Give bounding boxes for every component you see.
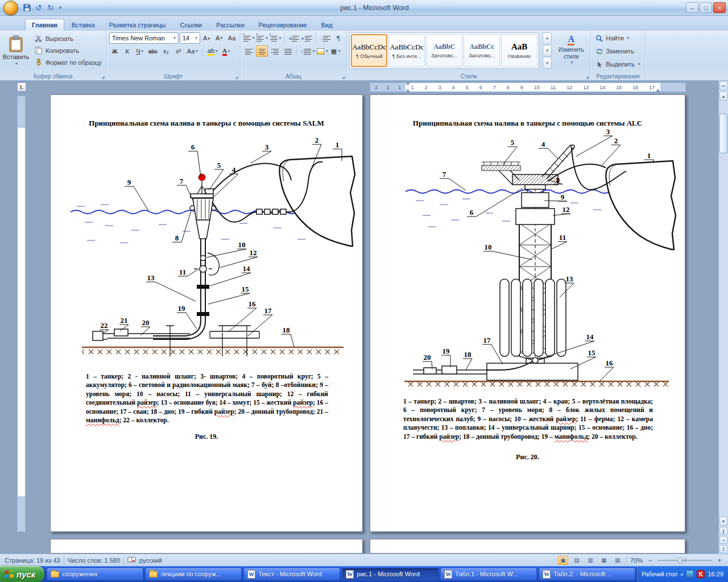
maximize-button[interactable]: □ — [700, 2, 712, 13]
view-draft-button[interactable]: ▧ — [613, 556, 623, 565]
superscript-button[interactable]: x² — [173, 45, 184, 57]
save-button[interactable] — [22, 3, 32, 13]
scroll-up-button[interactable]: ▲ — [719, 92, 727, 101]
tab-insert[interactable]: Вставка — [65, 19, 102, 31]
start-button[interactable]: пуск — [0, 566, 44, 582]
tab-references[interactable]: Ссылки — [173, 19, 209, 31]
tab-review[interactable]: Рецензирование — [252, 19, 314, 31]
align-right-button[interactable] — [269, 45, 281, 57]
tray-icon-k[interactable] — [697, 570, 705, 578]
style-heading2[interactable]: AaBbCcЗаголово... — [464, 34, 500, 67]
decrease-indent-button[interactable]: ◂ — [288, 32, 300, 44]
toolbar-expand-icon[interactable] — [680, 571, 684, 577]
taskbar-button-folder-2[interactable]: лекциии по сооруж... — [145, 568, 242, 580]
browse-object-button[interactable]: ● — [719, 536, 727, 544]
redo-button[interactable]: ↻ — [46, 3, 56, 13]
subscript-button[interactable]: x₂ — [160, 45, 172, 57]
change-case-button[interactable]: Аа▾ — [185, 45, 200, 57]
numbering-button[interactable]: ▾ — [256, 32, 268, 44]
styles-scroll-down[interactable]: ▼ — [543, 45, 552, 57]
justify-button[interactable] — [282, 45, 294, 57]
align-left-button[interactable] — [243, 45, 255, 57]
minimize-button[interactable]: – — [686, 2, 698, 13]
taskbar-button-word-tekst[interactable]: Текст - Microsoft Word — [243, 568, 340, 580]
align-center-button[interactable] — [256, 45, 268, 57]
find-button[interactable]: Найти▾ — [593, 32, 643, 44]
styles-more-button[interactable]: ▼ — [543, 57, 552, 69]
office-button[interactable] — [3, 1, 18, 15]
multilevel-list-button[interactable]: ▾ — [270, 32, 282, 44]
bullets-button[interactable]: ▾ — [243, 32, 255, 44]
taskbar-button-word-tabl2[interactable]: Табл.2. - Microsoft ... — [539, 568, 635, 580]
style-no-spacing[interactable]: AaBbCcDc¶ Без инте... — [388, 34, 425, 67]
status-word-count[interactable]: Число слов: 1 580 — [68, 557, 120, 564]
view-fullscreen-button[interactable]: ▤ — [572, 556, 582, 565]
highlight-button[interactable]: ab▾ — [206, 45, 220, 57]
view-outline-button[interactable]: ▦ — [599, 556, 609, 565]
taskbar-button-word-ris1[interactable]: рис.1 - Microsoft Word — [342, 568, 439, 580]
tab-mailings[interactable]: Рассылки — [209, 19, 251, 31]
view-print-layout-button[interactable]: ▣ — [558, 556, 568, 565]
zoom-level[interactable]: 70% — [630, 557, 643, 564]
tab-view[interactable]: Вид — [315, 19, 340, 31]
borders-button[interactable]: ▦▾ — [330, 45, 342, 57]
zoom-slider-thumb[interactable] — [678, 558, 682, 563]
format-painter-button[interactable]: Формат по образцу — [32, 56, 104, 68]
tab-page-layout[interactable]: Разметка страницы — [102, 19, 173, 31]
spellcheck-status-icon[interactable]: × — [127, 556, 136, 564]
page-left[interactable]: Принципиальная схема налива в танкеры с … — [50, 94, 363, 532]
copy-button[interactable]: Копировать — [32, 44, 104, 56]
page-right[interactable]: Принципиальная схема налива в танкеры с … — [370, 94, 685, 532]
view-web-layout-button[interactable]: ▥ — [585, 556, 595, 565]
style-heading1[interactable]: AaBbCЗаголово... — [426, 34, 462, 67]
font-name-select[interactable]: Times New Roman▾ — [109, 32, 179, 44]
clipboard-dialog-launcher[interactable]: ◢ — [101, 75, 104, 79]
styles-dialog-launcher[interactable]: ◢ — [586, 75, 589, 79]
shading-button[interactable]: ▾ — [316, 45, 329, 57]
paragraph-dialog-launcher[interactable]: ◢ — [342, 75, 345, 79]
close-button[interactable]: × — [713, 2, 726, 13]
style-title[interactable]: AaBНазвание — [501, 34, 537, 67]
select-button[interactable]: Выделить▾ — [593, 59, 643, 70]
right-indent-marker[interactable] — [656, 86, 660, 92]
status-language[interactable]: русский — [139, 557, 162, 564]
styles-scroll-up[interactable]: ▲ — [543, 32, 552, 44]
line-spacing-button[interactable]: ↕▾ — [300, 45, 316, 57]
scroll-down-button[interactable]: ▼ — [719, 517, 727, 526]
grow-font-button[interactable]: А▲ — [201, 32, 213, 44]
change-styles-button[interactable]: А Изменить стили ▾ — [554, 32, 588, 69]
status-page-number[interactable]: Страница: 19 из 43 — [5, 557, 60, 564]
underline-button[interactable]: Ч▾ — [134, 45, 146, 57]
hanging-indent-marker[interactable] — [406, 86, 410, 92]
tray-icon-language[interactable] — [686, 570, 694, 578]
ruler-toggle-button[interactable]: ▭ — [719, 81, 727, 90]
tab-stop-selector[interactable]: L — [17, 82, 26, 92]
qat-dropdown-icon[interactable]: ▾ — [57, 3, 63, 13]
tab-home[interactable]: Главная — [25, 19, 64, 31]
desktop-toolbar-label[interactable]: Рабочий стол — [642, 571, 677, 577]
taskbar-button-word-tabl1[interactable]: Табл.1 - Microsoft W... — [440, 568, 537, 580]
undo-button[interactable]: ↺ — [34, 3, 44, 13]
sort-button[interactable]: ↓ — [319, 32, 331, 44]
increase-indent-button[interactable]: ▸ — [301, 32, 313, 44]
style-normal[interactable]: AaBbCcDc¶ Обычный — [351, 34, 387, 67]
clear-formatting-button[interactable]: Аа — [226, 32, 238, 44]
previous-page-button[interactable]: ▲▲ — [719, 527, 727, 535]
show-marks-button[interactable]: ¶ — [332, 32, 344, 44]
font-color-button[interactable]: А▾ — [221, 45, 232, 57]
bold-button[interactable]: Ж — [109, 45, 121, 57]
italic-button[interactable]: K — [122, 45, 133, 57]
shrink-font-button[interactable]: А▼ — [214, 32, 225, 44]
zoom-slider[interactable] — [657, 556, 712, 564]
replace-button[interactable]: Заменить — [593, 45, 643, 57]
font-dialog-launcher[interactable]: ◢ — [235, 75, 238, 79]
taskbar-button-folder-1[interactable]: сооружения — [47, 568, 143, 580]
paste-button[interactable]: Вставить▾ — [2, 32, 30, 68]
cut-button[interactable]: Вырезать — [32, 32, 104, 44]
font-size-select[interactable]: 14▾ — [180, 32, 200, 44]
strikethrough-button[interactable]: abc — [147, 45, 159, 57]
zoom-in-button[interactable]: + — [715, 556, 723, 564]
scrollbar-track[interactable] — [719, 101, 728, 516]
zoom-out-button[interactable]: − — [646, 556, 654, 564]
next-page-button[interactable]: ▼▼ — [719, 545, 727, 553]
